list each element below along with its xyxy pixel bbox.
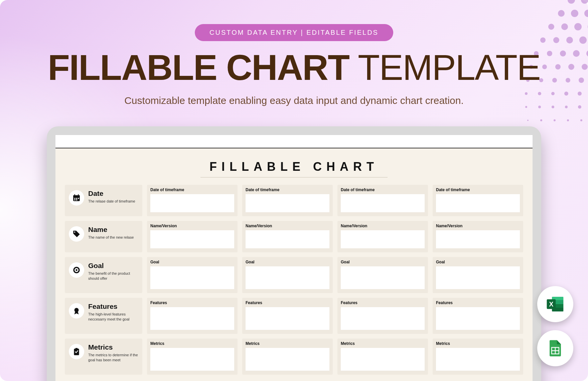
svg-point-14 (579, 36, 587, 44)
cell-label: Metrics (341, 341, 425, 346)
screen-topbar (55, 135, 533, 148)
cell-name-2: Name/Version (242, 221, 333, 252)
svg-point-4 (571, 10, 578, 17)
cell-metrics-2: Metrics (242, 339, 333, 375)
row-name: Features (88, 302, 138, 310)
google-sheets-badge[interactable] (537, 330, 573, 366)
svg-point-11 (540, 37, 546, 43)
cell-input[interactable] (436, 307, 520, 330)
row-header-features: FeaturesThe high-level features neccesar… (65, 298, 142, 334)
page-title: FILLABLE CHART TEMPLATE (0, 49, 588, 86)
row-header-goal: GoalThe benefit of the product should of… (65, 257, 142, 293)
svg-point-46 (540, 119, 542, 121)
cell-input[interactable] (436, 348, 520, 371)
cell-date-2: Date of timeframe (242, 185, 333, 216)
sheet-underline (200, 177, 388, 177)
row-header-date: DateThe relase date of timeframe (65, 185, 142, 216)
cell-label: Name/Version (341, 224, 425, 228)
row-name: Name (88, 226, 134, 234)
cell-date-3: Date of timeframe (337, 185, 428, 216)
cell-input[interactable] (246, 307, 329, 330)
cell-input[interactable] (341, 266, 425, 289)
screen: FILLABLE CHART DateThe relase date of ti… (55, 135, 533, 381)
cell-input[interactable] (246, 230, 329, 248)
target-icon (69, 262, 84, 278)
cell-input[interactable] (150, 266, 234, 289)
cell-label: Goal (246, 260, 329, 264)
subtitle: Customizable template enabling easy data… (0, 95, 588, 106)
cell-label: Metrics (436, 341, 520, 346)
feature-pill: CUSTOM DATA ENTRY | EDITABLE FIELDS (195, 24, 393, 41)
row-name: Metrics (88, 343, 138, 351)
svg-point-12 (553, 37, 559, 43)
cell-input[interactable] (246, 348, 329, 371)
cell-input[interactable] (150, 348, 234, 371)
row-desc: The metrics to determine if the goal has… (88, 353, 138, 363)
google-sheets-icon (546, 339, 565, 358)
clipboard-icon (69, 344, 84, 359)
cell-label: Date of timeframe (436, 187, 520, 192)
cell-name-4: Name/Version (433, 221, 523, 252)
cell-input[interactable] (341, 230, 425, 248)
tag-icon (69, 226, 84, 242)
excel-badge[interactable]: X (537, 286, 573, 322)
cell-date-1: Date of timeframe (147, 185, 238, 216)
cell-input[interactable] (150, 194, 234, 212)
row-name: Date (88, 189, 135, 198)
cell-label: Features (246, 300, 329, 305)
tablet-frame: FILLABLE CHART DateThe relase date of ti… (47, 126, 541, 381)
calendar-icon (69, 190, 84, 206)
svg-point-13 (566, 37, 573, 43)
sheet-title: FILLABLE CHART (65, 160, 523, 174)
title-bold: FILLABLE CHART (48, 47, 349, 88)
svg-point-8 (561, 23, 568, 30)
cell-label: Features (341, 300, 425, 305)
cell-label: Name/Version (436, 224, 520, 228)
cell-input[interactable] (246, 194, 329, 212)
cell-input[interactable] (436, 266, 520, 289)
cell-name-1: Name/Version (147, 221, 238, 252)
svg-point-47 (554, 119, 556, 121)
cell-label: Goal (436, 260, 520, 264)
cell-input[interactable] (341, 307, 425, 330)
excel-icon: X (546, 294, 565, 314)
cell-goal-1: Goal (147, 257, 238, 293)
cell-label: Name/Version (150, 224, 234, 228)
svg-point-9 (574, 23, 582, 30)
svg-point-3 (558, 10, 565, 17)
cell-metrics-3: Metrics (337, 339, 428, 375)
cell-metrics-1: Metrics (147, 339, 238, 375)
svg-point-5 (584, 10, 588, 17)
cell-features-1: Features (147, 298, 238, 334)
row-desc: The relase date of timeframe (88, 199, 135, 204)
cell-input[interactable] (341, 348, 425, 371)
cell-label: Date of timeframe (150, 187, 234, 192)
svg-point-7 (548, 24, 554, 30)
cell-label: Date of timeframe (246, 187, 329, 192)
svg-point-48 (567, 119, 569, 121)
cell-features-3: Features (337, 298, 428, 334)
cell-input[interactable] (341, 194, 425, 212)
cell-goal-2: Goal (242, 257, 333, 293)
row-desc: The benefit of the product should offer (88, 271, 138, 281)
cell-input[interactable] (436, 230, 520, 248)
svg-point-49 (580, 119, 582, 121)
cell-input[interactable] (246, 266, 329, 289)
svg-point-33 (525, 92, 528, 95)
cell-label: Goal (341, 260, 425, 264)
cell-goal-3: Goal (337, 257, 428, 293)
cell-features-4: Features (433, 298, 523, 334)
row-name: Goal (88, 262, 138, 270)
cell-name-3: Name/Version (337, 221, 428, 252)
svg-point-1 (581, 0, 588, 4)
cell-label: Features (436, 300, 520, 305)
row-header-metrics: MetricsThe metrics to determine if the g… (65, 339, 142, 375)
cell-input[interactable] (436, 194, 520, 212)
sheet: FILLABLE CHART DateThe relase date of ti… (55, 148, 533, 381)
award-icon (69, 303, 84, 319)
promo-card: CUSTOM DATA ENTRY | EDITABLE FIELDS FILL… (0, 0, 588, 381)
cell-input[interactable] (150, 230, 234, 248)
cell-label: Goal (150, 260, 234, 264)
cell-metrics-4: Metrics (433, 339, 523, 375)
cell-input[interactable] (150, 307, 234, 330)
